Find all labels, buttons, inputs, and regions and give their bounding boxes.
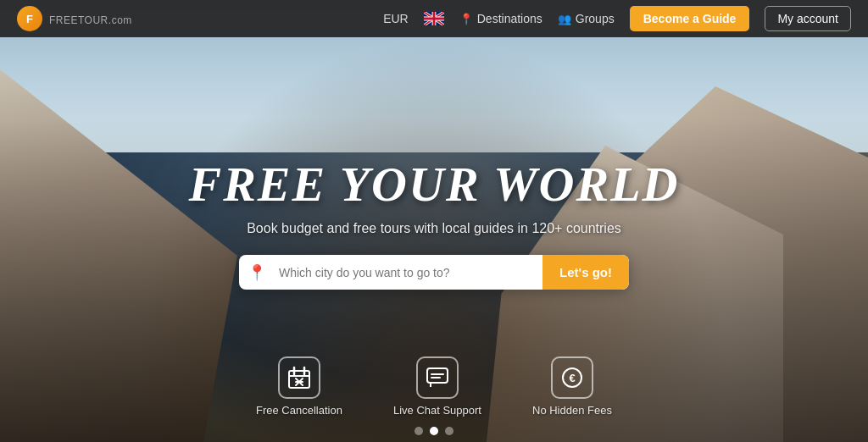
chat-icon [416,356,459,399]
search-button[interactable]: Let's go! [542,255,629,290]
fees-icon: € [551,356,593,399]
logo-text: FREETOUR.com [49,12,132,26]
become-guide-button[interactable]: Become a Guide [630,6,750,31]
currency-label: EUR [383,12,409,25]
svg-text:€: € [569,372,575,384]
dot-2[interactable] [430,427,438,435]
feature-chat: Live Chat Support [393,356,481,417]
groups-nav[interactable]: 👥 Groups [558,12,615,25]
search-input[interactable] [275,256,542,290]
navbar-right: EUR 📍 Destinations 👥 Groups Become a Gui… [383,6,851,31]
uk-flag-icon [424,12,444,25]
currency-selector[interactable]: EUR [383,12,409,25]
hero-title: FREE YOUR WORLD [189,156,680,213]
groups-label: Groups [576,12,615,25]
carousel-dots [415,427,453,435]
destinations-nav[interactable]: 📍 Destinations [459,12,542,25]
dot-3[interactable] [445,427,453,435]
features-section: Free Cancellation Live Chat Support € No… [0,356,868,417]
destinations-label: Destinations [477,12,542,25]
groups-icon: 👥 [558,13,571,25]
navbar-brand: F FREETOUR.com [17,6,132,31]
hero-subtitle: Book budget and free tours with local gu… [247,221,621,236]
logo-icon: F [17,6,42,31]
dot-1[interactable] [415,427,423,435]
search-bar: 📍 Let's go! [239,255,629,290]
logo-initial: F [26,13,33,25]
navbar: F FREETOUR.com EUR 📍 Destinations 👥 Grou… [0,0,868,37]
search-pin-icon: 📍 [239,263,275,282]
my-account-button[interactable]: My account [765,6,851,31]
feature-cancellation: Free Cancellation [256,356,342,417]
feature-fees: € No Hidden Fees [532,356,612,417]
svg-rect-8 [427,368,448,383]
feature-fees-label: No Hidden Fees [532,404,612,417]
language-selector[interactable] [424,12,444,25]
feature-cancellation-label: Free Cancellation [256,404,342,417]
cancellation-icon [278,356,320,399]
location-icon: 📍 [459,13,473,25]
feature-chat-label: Live Chat Support [393,404,481,417]
svg-rect-1 [289,371,309,388]
